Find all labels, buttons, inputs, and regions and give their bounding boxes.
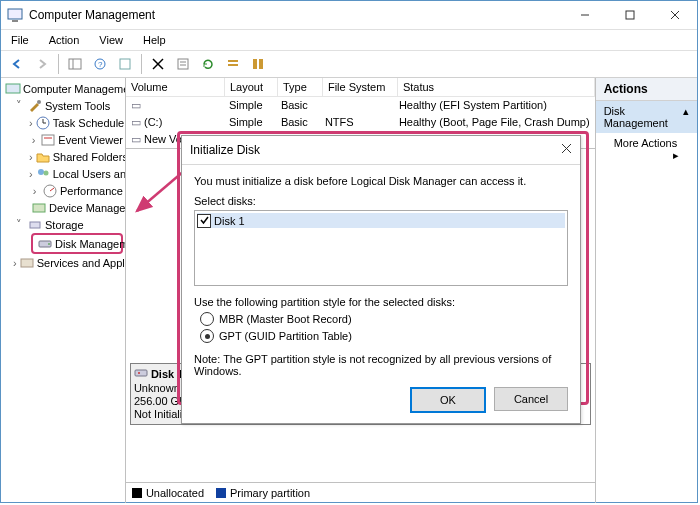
svg-rect-32 <box>30 222 40 228</box>
actions-header: Actions <box>596 78 697 101</box>
radio-gpt[interactable]: GPT (GUID Partition Table) <box>200 329 568 343</box>
initialize-disk-dialog: Initialize Disk You must initialize a di… <box>181 135 581 424</box>
computer-management-window: Computer Management File Action View Hel… <box>0 0 698 503</box>
tree-event-viewer[interactable]: ›Event Viewer <box>3 131 123 148</box>
tree-root[interactable]: Computer Management (Local) <box>3 80 123 97</box>
col-type[interactable]: Type <box>278 78 323 96</box>
menu-view[interactable]: View <box>95 32 127 48</box>
volume-row[interactable]: ▭ (C:)SimpleBasicNTFSHealthy (Boot, Page… <box>126 114 595 131</box>
dialog-titlebar[interactable]: Initialize Disk <box>182 136 580 165</box>
detail-button[interactable] <box>246 52 270 76</box>
radio-gpt-circle[interactable] <box>200 329 214 343</box>
col-filesystem[interactable]: File System <box>323 78 398 96</box>
delete-button[interactable] <box>146 52 170 76</box>
svg-point-34 <box>48 243 50 245</box>
disk-selection-list[interactable]: Disk 1 <box>194 210 568 286</box>
more-actions[interactable]: More Actions▸ <box>596 133 697 153</box>
back-button[interactable] <box>5 52 29 76</box>
svg-rect-10 <box>120 59 130 69</box>
dialog-title: Initialize Disk <box>190 143 260 157</box>
cancel-button[interactable]: Cancel <box>494 387 568 411</box>
view-button[interactable] <box>113 52 137 76</box>
toolbar: ? <box>1 51 697 78</box>
col-status[interactable]: Status <box>398 78 595 96</box>
disk-icon <box>134 367 148 382</box>
svg-rect-16 <box>228 60 238 62</box>
svg-point-27 <box>38 169 44 175</box>
disk-checkbox-row[interactable]: Disk 1 <box>197 213 565 228</box>
volume-row[interactable]: ▭ SimpleBasicHealthy (EFI System Partiti… <box>126 97 595 114</box>
svg-rect-19 <box>259 59 263 69</box>
svg-rect-13 <box>178 59 188 69</box>
svg-point-21 <box>37 100 41 104</box>
list-button[interactable] <box>221 52 245 76</box>
svg-point-28 <box>43 170 48 175</box>
dialog-message: You must initialize a disk before Logica… <box>194 175 568 187</box>
svg-rect-18 <box>253 59 257 69</box>
tree-root-label: Computer Management (Local) <box>23 83 126 95</box>
tree-storage[interactable]: ˅Storage <box>3 216 123 233</box>
dialog-close-button[interactable] <box>561 143 572 157</box>
svg-rect-35 <box>21 259 33 267</box>
tree-task-scheduler[interactable]: ›Task Scheduler <box>3 114 123 131</box>
help-button[interactable]: ? <box>88 52 112 76</box>
properties-button[interactable] <box>171 52 195 76</box>
tree-system-tools[interactable]: ˅System Tools <box>3 97 123 114</box>
tree-disk-management-wrapper: Disk Management <box>3 233 123 254</box>
close-button[interactable] <box>652 1 697 29</box>
svg-rect-36 <box>135 370 147 376</box>
legend-unallocated-swatch <box>132 488 142 498</box>
svg-rect-17 <box>228 64 238 66</box>
legend-primary-swatch <box>216 488 226 498</box>
menu-help[interactable]: Help <box>139 32 170 48</box>
tree-device-manager[interactable]: Device Manager <box>3 199 123 216</box>
window-title: Computer Management <box>29 8 562 22</box>
col-layout[interactable]: Layout <box>225 78 278 96</box>
svg-rect-31 <box>33 204 45 212</box>
tree-local-users-groups[interactable]: ›Local Users and Groups <box>3 165 123 182</box>
partition-style-label: Use the following partition style for th… <box>194 296 568 308</box>
refresh-button[interactable] <box>196 52 220 76</box>
actions-pane: Actions Disk Management▴ More Actions▸ <box>596 78 697 503</box>
nav-tree[interactable]: Computer Management (Local) ˅System Tool… <box>1 78 126 503</box>
radio-mbr-circle[interactable] <box>200 312 214 326</box>
select-disks-label: Select disks: <box>194 195 568 207</box>
svg-rect-25 <box>42 135 54 145</box>
app-icon <box>7 7 23 23</box>
volume-list-header[interactable]: Volume Layout Type File System Status <box>126 78 595 97</box>
menu-file[interactable]: File <box>7 32 33 48</box>
menubar: File Action View Help <box>1 30 697 51</box>
show-hide-tree-button[interactable] <box>63 52 87 76</box>
legend: Unallocated Primary partition <box>126 482 595 503</box>
maximize-button[interactable] <box>607 1 652 29</box>
menu-action[interactable]: Action <box>45 32 84 48</box>
dialog-note: Note: The GPT partition style is not rec… <box>194 353 568 377</box>
tree-performance[interactable]: ›Performance <box>3 182 123 199</box>
tree-services-apps[interactable]: ›Services and Applications <box>3 254 123 271</box>
svg-rect-3 <box>626 11 634 19</box>
svg-rect-20 <box>6 84 20 93</box>
minimize-button[interactable] <box>562 1 607 29</box>
checkbox-disk1[interactable] <box>197 214 211 228</box>
radio-mbr[interactable]: MBR (Master Boot Record) <box>200 312 568 326</box>
svg-rect-0 <box>8 9 22 19</box>
svg-point-37 <box>138 372 140 374</box>
tree-disk-management[interactable]: Disk Management <box>31 233 123 254</box>
forward-button[interactable] <box>30 52 54 76</box>
ok-button[interactable]: OK <box>410 387 486 413</box>
titlebar[interactable]: Computer Management <box>1 1 697 30</box>
svg-rect-6 <box>69 59 81 69</box>
tree-shared-folders[interactable]: ›Shared Folders <box>3 148 123 165</box>
svg-rect-1 <box>12 20 18 22</box>
actions-section[interactable]: Disk Management▴ <box>596 101 697 133</box>
svg-text:?: ? <box>98 60 103 69</box>
collapse-icon[interactable]: ▴ <box>683 105 689 129</box>
col-volume[interactable]: Volume <box>126 78 225 96</box>
